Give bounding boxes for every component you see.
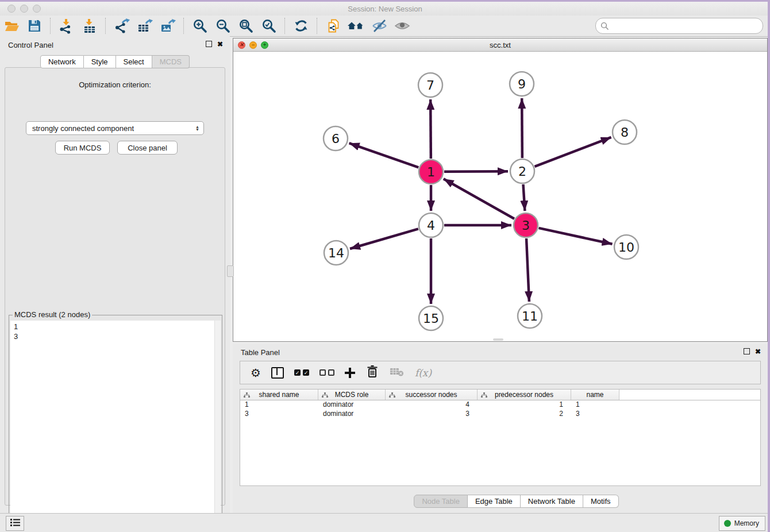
table-cell[interactable]: 1 bbox=[571, 400, 619, 410]
toolbar-separator bbox=[284, 18, 286, 34]
run-mcds-button[interactable]: Run MCDS bbox=[55, 141, 110, 155]
result-scrollbar[interactable] bbox=[214, 321, 221, 531]
network-graph[interactable]: 7968124314101511 bbox=[233, 52, 766, 341]
clone-network-button[interactable] bbox=[325, 17, 342, 34]
tab-network[interactable]: Network bbox=[40, 55, 84, 68]
table-settings-button[interactable]: ⚙ bbox=[251, 366, 261, 380]
graph-edge-1-7[interactable] bbox=[430, 99, 431, 159]
table-cell[interactable]: 3 bbox=[571, 410, 619, 419]
deselect-all-button[interactable] bbox=[319, 369, 334, 376]
tab-mcds[interactable]: MCDS bbox=[152, 55, 190, 68]
export-table-button[interactable] bbox=[136, 17, 153, 34]
tab-motifs[interactable]: Motifs bbox=[583, 495, 619, 508]
table-cell[interactable]: 1 bbox=[478, 400, 571, 410]
show-columns-button[interactable] bbox=[271, 367, 284, 379]
open-session-button[interactable] bbox=[3, 17, 20, 34]
criterion-value: strongly connected component bbox=[32, 124, 195, 133]
graph-node-label: 14 bbox=[328, 246, 344, 260]
delete-column-button[interactable] bbox=[365, 364, 379, 381]
desktop-edge-right bbox=[768, 0, 770, 532]
save-session-button[interactable] bbox=[26, 17, 43, 34]
close-panel-button[interactable]: Close panel bbox=[117, 141, 178, 155]
network-window-title: scc.txt bbox=[233, 41, 767, 49]
graph-edge-3-1[interactable] bbox=[444, 179, 514, 218]
node-table[interactable]: shared nameMCDS rolesuccessor nodesprede… bbox=[240, 389, 761, 486]
zoom-out-icon bbox=[215, 18, 230, 33]
column-header-shared-name[interactable]: shared name bbox=[240, 390, 318, 400]
table-row[interactable]: 3dominator323 bbox=[240, 410, 760, 419]
table-cell[interactable]: 1 bbox=[240, 400, 318, 410]
search-field[interactable] bbox=[595, 18, 763, 34]
select-all-button[interactable]: ✓✓ bbox=[294, 369, 309, 376]
graph-node-label: 1 bbox=[427, 165, 435, 179]
graph-edge-4-14[interactable] bbox=[350, 229, 418, 249]
vertical-splitter-handle[interactable] bbox=[227, 265, 234, 277]
graph-edge-1-2[interactable] bbox=[444, 171, 508, 172]
task-history-button[interactable] bbox=[6, 516, 24, 531]
unchecked-boxes-icon bbox=[319, 369, 326, 376]
zoom-selected-icon bbox=[261, 18, 276, 33]
show-details-button[interactable] bbox=[394, 17, 411, 34]
home-overview-button[interactable] bbox=[348, 17, 365, 34]
tab-style[interactable]: Style bbox=[84, 55, 116, 68]
zoom-fit-button[interactable] bbox=[237, 17, 255, 34]
column-header-predecessor-nodes[interactable]: predecessor nodes bbox=[478, 390, 571, 400]
column-header-MCDS-role[interactable]: MCDS role bbox=[318, 390, 386, 400]
graph-edge-2-3[interactable] bbox=[523, 184, 525, 211]
export-image-button[interactable] bbox=[159, 17, 176, 34]
graph-edge-2-8[interactable] bbox=[534, 137, 611, 167]
close-panel-icon[interactable]: ✖ bbox=[217, 41, 223, 47]
zoom-out-button[interactable] bbox=[214, 17, 232, 34]
column-header-name[interactable]: name bbox=[571, 390, 619, 400]
table-cell[interactable]: 3 bbox=[386, 410, 478, 419]
table-panel-tabs: Node TableEdge TableNetwork TableMotifs bbox=[233, 495, 768, 508]
toolbar-separator bbox=[317, 18, 318, 34]
trash-icon bbox=[365, 364, 379, 381]
zoom-selected-button[interactable] bbox=[260, 17, 278, 34]
toolbar-separator bbox=[105, 18, 106, 34]
graph-node-label: 2 bbox=[518, 164, 526, 179]
sort-tree-icon bbox=[481, 392, 487, 400]
table-cell[interactable]: dominator bbox=[318, 410, 386, 419]
table-cell[interactable]: 2 bbox=[478, 410, 571, 419]
refresh-button[interactable] bbox=[292, 17, 310, 34]
zoom-in-button[interactable] bbox=[191, 17, 209, 34]
table-cell[interactable]: 4 bbox=[386, 400, 478, 410]
checked-boxes-icon: ✓ bbox=[294, 369, 301, 376]
graph-edge-3-10[interactable] bbox=[538, 228, 612, 244]
table-cell[interactable]: dominator bbox=[318, 400, 386, 410]
save-icon bbox=[27, 18, 42, 33]
add-column-button[interactable] bbox=[345, 368, 355, 378]
network-window-titlebar[interactable]: ✕−+ scc.txt bbox=[233, 38, 767, 52]
graph-edge-1-6[interactable] bbox=[349, 143, 419, 167]
table-toolbar: ⚙ ✓✓ f(x) bbox=[240, 361, 761, 384]
toolbar-separator bbox=[183, 18, 184, 34]
export-network-icon bbox=[114, 18, 130, 34]
tab-node-table[interactable]: Node Table bbox=[414, 495, 468, 508]
tab-network-table[interactable]: Network Table bbox=[521, 495, 583, 508]
export-network-button[interactable] bbox=[113, 17, 130, 34]
float-panel-icon[interactable] bbox=[206, 41, 212, 47]
hide-details-button[interactable] bbox=[371, 17, 388, 34]
table-header-row: shared nameMCDS rolesuccessor nodesprede… bbox=[240, 390, 760, 400]
graph-edge-2-9[interactable] bbox=[522, 98, 522, 158]
search-input[interactable] bbox=[611, 20, 763, 32]
tab-select[interactable]: Select bbox=[116, 55, 152, 68]
checked-boxes-icon: ✓ bbox=[303, 369, 309, 376]
criterion-dropdown[interactable]: strongly connected component ▲▼ bbox=[26, 121, 204, 135]
close-table-panel-icon[interactable]: ✖ bbox=[755, 349, 761, 354]
mcds-result-text[interactable]: 1 3 bbox=[10, 321, 215, 531]
float-table-panel-icon[interactable] bbox=[744, 348, 750, 354]
mcds-panel: Optimization criterion: strongly connect… bbox=[5, 67, 225, 506]
import-network-button[interactable] bbox=[58, 17, 75, 34]
import-table-button[interactable] bbox=[81, 17, 98, 34]
memory-button[interactable]: Memory bbox=[719, 516, 765, 531]
table-row[interactable]: 1dominator411 bbox=[240, 400, 760, 410]
horizontal-splitter-handle[interactable] bbox=[493, 338, 503, 341]
tab-edge-table[interactable]: Edge Table bbox=[468, 495, 521, 508]
column-header-successor-nodes[interactable]: successor nodes bbox=[386, 390, 478, 400]
graph-edge-3-11[interactable] bbox=[526, 238, 529, 302]
network-canvas[interactable]: 7968124314101511 bbox=[233, 52, 767, 341]
table-cell[interactable]: 3 bbox=[240, 410, 318, 419]
memory-label: Memory bbox=[734, 519, 759, 527]
